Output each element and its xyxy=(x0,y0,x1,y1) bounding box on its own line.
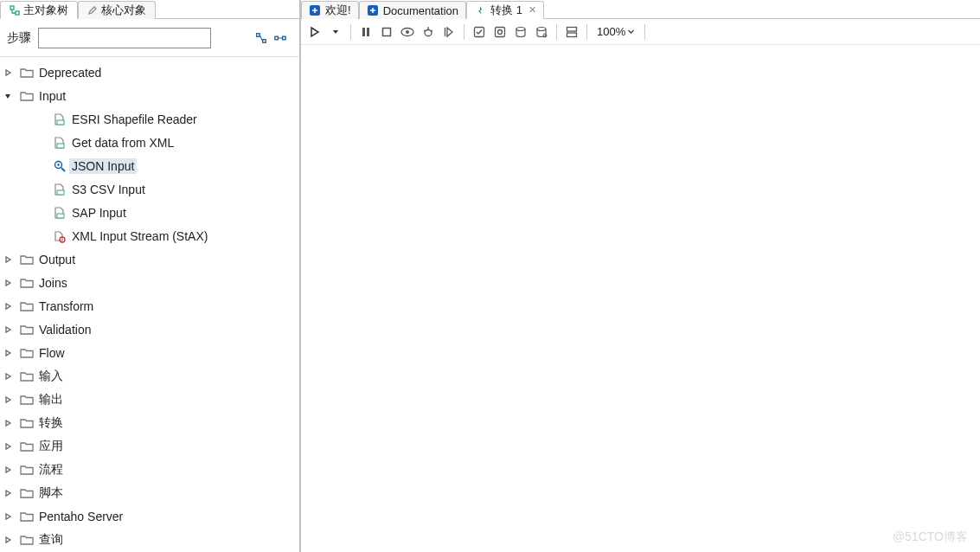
search-input[interactable] xyxy=(38,28,211,48)
svg-rect-6 xyxy=(57,120,64,125)
editor-area: 欢迎!Documentation转换 1✕ xyxy=(301,0,980,552)
explore-db-button[interactable] xyxy=(533,23,550,41)
welcome-icon xyxy=(309,4,321,16)
debug-button[interactable] xyxy=(420,23,437,41)
sidebar-tab-1[interactable]: 核心对象 xyxy=(78,1,156,19)
folder-icon xyxy=(19,370,35,382)
steps-toolbar: 步骤 xyxy=(0,19,299,57)
tree-leaf[interactable]: ESRI Shapefile Reader xyxy=(0,107,299,131)
folder-icon xyxy=(19,464,35,476)
tree-folder[interactable]: 流程 xyxy=(0,458,299,481)
pause-button[interactable] xyxy=(357,23,375,41)
separator xyxy=(644,24,645,40)
svg-rect-11 xyxy=(57,214,64,218)
sidebar: 主对象树核心对象 步骤 DeprecatedInputESRI Shapefil… xyxy=(0,0,301,552)
impact-button[interactable] xyxy=(491,23,509,41)
tree-leaf[interactable]: S3 CSV Input xyxy=(0,177,299,201)
tree-leaf[interactable]: SAP Input xyxy=(0,201,299,224)
svg-point-27 xyxy=(498,29,503,34)
tree-folder[interactable]: 查询 xyxy=(0,528,299,551)
sidebar-tab-0[interactable]: 主对象树 xyxy=(0,1,78,19)
tree-leaf[interactable]: XML Input Stream (StAX) xyxy=(0,224,299,247)
chevron-right-icon[interactable] xyxy=(3,68,17,77)
svg-rect-26 xyxy=(496,27,505,36)
editor-tab-0[interactable]: 欢迎! xyxy=(301,1,359,19)
expand-all-icon[interactable] xyxy=(254,31,268,45)
svg-rect-3 xyxy=(263,39,266,42)
tree-folder[interactable]: 应用 xyxy=(0,434,299,458)
stop-button[interactable] xyxy=(378,23,395,41)
editor-tab-1[interactable]: Documentation xyxy=(359,1,466,19)
chevron-right-icon[interactable] xyxy=(3,302,17,311)
preview-button[interactable] xyxy=(399,23,416,41)
tree-folder[interactable]: Deprecated xyxy=(0,61,299,84)
tree-leaf[interactable]: JSON Input xyxy=(0,154,299,177)
tree-folder[interactable]: Pentaho Server xyxy=(0,504,299,528)
chevron-right-icon[interactable] xyxy=(3,419,17,427)
close-icon[interactable]: ✕ xyxy=(527,4,536,16)
folder-icon xyxy=(19,417,35,429)
chevron-right-icon[interactable] xyxy=(3,395,17,404)
tree-folder[interactable]: Joins xyxy=(0,271,299,294)
tree-folder[interactable]: 输入 xyxy=(0,364,299,388)
separator xyxy=(464,24,464,40)
svg-rect-1 xyxy=(16,11,19,15)
chevron-down-icon[interactable] xyxy=(3,92,17,100)
tree-label: 应用 xyxy=(36,438,66,455)
zoom-selector[interactable]: 100% xyxy=(593,25,638,38)
svg-rect-16 xyxy=(367,28,369,36)
separator xyxy=(350,24,351,40)
svg-rect-10 xyxy=(57,190,64,195)
editor-tab-label: 转换 1 xyxy=(490,3,522,18)
run-dropdown-icon[interactable] xyxy=(327,23,344,41)
svg-rect-15 xyxy=(362,28,365,36)
folder-icon xyxy=(19,300,35,312)
svg-point-29 xyxy=(537,27,546,30)
chevron-right-icon[interactable] xyxy=(3,349,17,357)
tree-folder[interactable]: 输出 xyxy=(0,388,299,411)
pencil-icon xyxy=(87,5,98,16)
trans-icon xyxy=(474,4,486,16)
run-button[interactable] xyxy=(306,23,323,41)
chevron-right-icon[interactable] xyxy=(3,255,17,264)
tree-folder[interactable]: 转换 xyxy=(0,411,299,434)
folder-icon xyxy=(19,67,35,79)
chevron-right-icon[interactable] xyxy=(3,512,17,521)
chevron-right-icon[interactable] xyxy=(3,536,17,544)
chevron-right-icon[interactable] xyxy=(3,279,17,287)
tree-label: Validation xyxy=(36,322,93,337)
editor-tab-label: 欢迎! xyxy=(325,3,351,18)
svg-rect-4 xyxy=(275,36,279,40)
tree-folder[interactable]: Transform xyxy=(0,294,299,318)
xmlget-icon xyxy=(52,136,67,150)
tree-label: 流程 xyxy=(36,461,66,478)
tree-folder[interactable]: Output xyxy=(0,247,299,271)
chevron-right-icon[interactable] xyxy=(3,465,17,474)
tree-label: Output xyxy=(36,252,78,267)
editor-tab-2[interactable]: 转换 1✕ xyxy=(466,1,544,19)
tree-icon xyxy=(10,5,20,16)
sql-button[interactable] xyxy=(512,23,529,41)
replay-button[interactable] xyxy=(440,23,458,41)
tree-label: 转换 xyxy=(36,414,66,432)
svg-point-9 xyxy=(57,164,60,166)
chevron-right-icon[interactable] xyxy=(3,442,17,451)
tree-folder[interactable]: Input xyxy=(0,84,299,107)
tree-label: 脚本 xyxy=(36,485,66,502)
tree-label: Deprecated xyxy=(36,65,104,80)
tree-folder[interactable]: Validation xyxy=(0,318,299,341)
show-results-button[interactable] xyxy=(563,23,580,41)
chevron-right-icon[interactable] xyxy=(3,325,17,334)
tree-folder[interactable]: Flow xyxy=(0,341,299,364)
steps-label: 步骤 xyxy=(7,30,31,46)
chevron-down-icon xyxy=(627,28,635,35)
canvas[interactable]: JSON Input xyxy=(301,45,980,552)
tree-leaf[interactable]: Get data from XML xyxy=(0,131,299,154)
verify-button[interactable] xyxy=(471,23,488,41)
tree-folder[interactable]: 脚本 xyxy=(0,481,299,504)
collapse-all-icon[interactable] xyxy=(273,31,287,45)
chevron-right-icon[interactable] xyxy=(3,372,17,381)
steps-tree[interactable]: DeprecatedInputESRI Shapefile ReaderGet … xyxy=(0,57,299,552)
chevron-right-icon[interactable] xyxy=(3,489,17,497)
tree-label: Pentaho Server xyxy=(36,509,125,524)
